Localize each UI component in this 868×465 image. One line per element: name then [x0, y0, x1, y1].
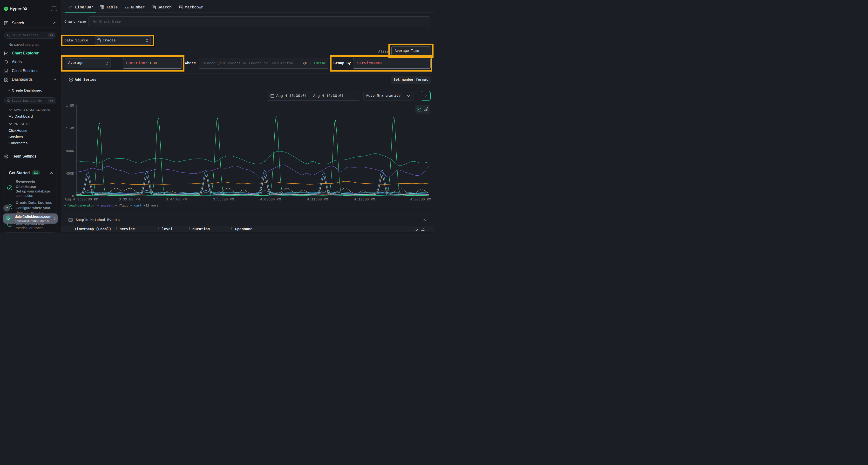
- svg-text:3:55:00 PM: 3:55:00 PM: [213, 198, 234, 201]
- svg-text:4:03:00 PM: 4:03:00 PM: [260, 198, 281, 201]
- svg-text:4:19:00 PM: 4:19:00 PM: [354, 198, 375, 201]
- svg-text:1.8M: 1.8M: [66, 104, 74, 108]
- svg-text:4:30:00 PM: 4:30:00 PM: [410, 198, 431, 201]
- svg-text:3:39:00 PM: 3:39:00 PM: [119, 198, 140, 201]
- svg-text:Aug 4 3:30:00 PM: Aug 4 3:30:00 PM: [65, 198, 98, 201]
- svg-text:1.4M: 1.4M: [66, 127, 74, 130]
- svg-text:3:47:00 PM: 3:47:00 PM: [166, 198, 187, 201]
- svg-text:900K: 900K: [66, 149, 74, 153]
- svg-text:4:11:00 PM: 4:11:00 PM: [307, 198, 328, 201]
- svg-text:450K: 450K: [66, 172, 74, 176]
